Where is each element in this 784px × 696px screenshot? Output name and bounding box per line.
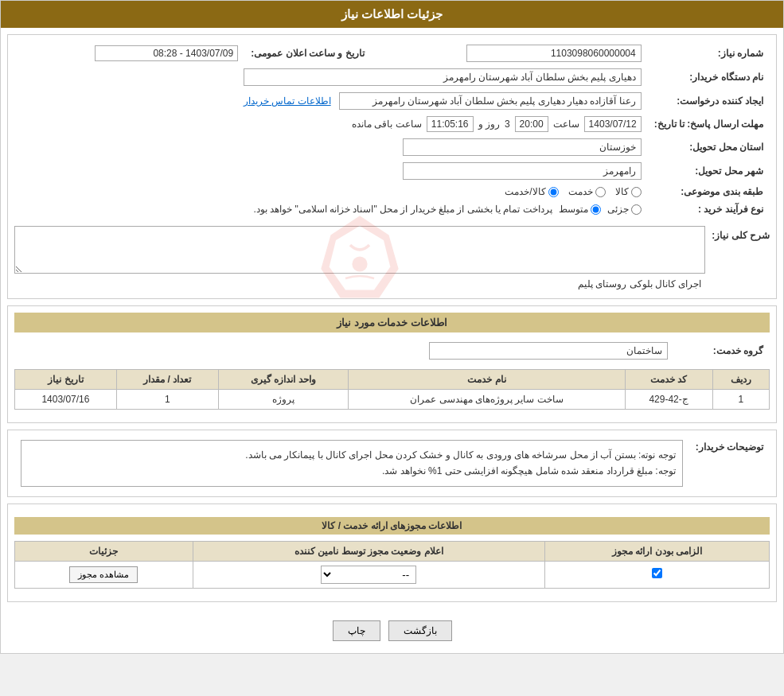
service-group-row: گروه خدمت: ساختمان bbox=[14, 339, 770, 363]
radio-motavasset-input[interactable] bbox=[591, 204, 601, 215]
permissions-tbody: -- مشاهده مجوز bbox=[15, 561, 770, 588]
buyer-notes-section: توضیحات خریدار: توجه نوته: بستن آب از مح… bbox=[7, 430, 777, 497]
province-value: خوزستان bbox=[14, 135, 648, 159]
radio-jozi-input[interactable] bbox=[631, 204, 642, 215]
service-group-table: گروه خدمت: ساختمان bbox=[14, 339, 770, 363]
buyer-org-label: نام دستگاه خریدار: bbox=[648, 65, 770, 89]
contact-link[interactable]: اطلاعات تماس خریدار bbox=[244, 95, 331, 107]
radio-kala-khedmat: کالا/خدمت bbox=[505, 186, 558, 197]
province-field: خوزستان bbox=[403, 138, 642, 156]
general-info-section: شماره نیاز: 1103098060000004 تاریخ و ساع… bbox=[7, 34, 777, 299]
page-title: جزئیات اطلاعات نیاز bbox=[1, 1, 783, 28]
radio-khedmat-input[interactable] bbox=[595, 187, 606, 197]
col-date: تاریخ نیاز bbox=[15, 370, 117, 390]
permissions-section: اطلاعات مجوزهای ارائه خدمت / کالا الزامی… bbox=[7, 504, 777, 602]
process-label: نوع فرآیند خرید : bbox=[648, 200, 770, 218]
province-label: استان محل تحویل: bbox=[648, 135, 770, 159]
info-row-buyer: نام دستگاه خریدار: دهیاری پلیم بخش سلطان… bbox=[14, 65, 770, 89]
radio-kala-input[interactable] bbox=[631, 187, 642, 197]
bottom-buttons: بازگشت چاپ bbox=[1, 609, 783, 653]
announcement-date-label: تاریخ و ساعت اعلان عمومی: bbox=[244, 41, 370, 65]
cell-row: 1 bbox=[712, 390, 769, 410]
days-value: 3 bbox=[505, 119, 510, 130]
service-group-value: ساختمان bbox=[14, 339, 674, 363]
services-title: اطلاعات خدمات مورد نیاز bbox=[14, 313, 770, 332]
permissions-table: الزامی بودن ارائه مجوز اعلام وضعیت مجوز … bbox=[14, 541, 770, 589]
buyer-notes-box: توجه نوته: بستن آب از محل سرشاخه های ورو… bbox=[21, 440, 683, 487]
info-row-province: استان محل تحویل: خوزستان bbox=[14, 135, 770, 159]
announcement-date-field: 1403/07/09 - 08:28 bbox=[95, 45, 238, 61]
buyer-notes-row: توضیحات خریدار: توجه نوته: بستن آب از مح… bbox=[14, 437, 770, 490]
radio-khedmat: خدمت bbox=[568, 186, 606, 197]
view-license-button[interactable]: مشاهده مجوز bbox=[69, 566, 138, 583]
cell-unit: پروژه bbox=[218, 390, 349, 410]
need-description-label: شرح کلی نیاز: bbox=[712, 226, 770, 241]
permissions-title: اطلاعات مجوزهای ارائه خدمت / کالا bbox=[14, 517, 770, 535]
perm-col-required: الزامی بودن ارائه مجوز bbox=[544, 541, 769, 561]
radio-kala-khedmat-label: کالا/خدمت bbox=[505, 186, 545, 197]
radio-khedmat-label: خدمت bbox=[568, 186, 593, 197]
perm-details: مشاهده مجوز bbox=[15, 561, 193, 588]
perm-status: -- bbox=[193, 561, 544, 588]
cell-name: ساخت سایر پروژه‌های مهندسی عمران bbox=[349, 390, 625, 410]
print-button[interactable]: چاپ bbox=[333, 620, 380, 641]
days-label: روز و bbox=[478, 119, 500, 130]
creator-label: ایجاد کننده درخواست: bbox=[648, 89, 770, 113]
service-group-field: ساختمان bbox=[429, 342, 668, 360]
perm-col-status: اعلام وضعیت مجوز توسط نامین کننده bbox=[193, 541, 544, 561]
services-header-row: ردیف کد خدمت نام خدمت واحد اندازه گیری ت… bbox=[15, 370, 770, 390]
col-code: کد خدمت bbox=[625, 370, 712, 390]
svg-point-0 bbox=[353, 256, 368, 271]
info-row-need-number: شماره نیاز: 1103098060000004 تاریخ و ساع… bbox=[14, 41, 770, 65]
radio-kala: کالا bbox=[615, 186, 642, 197]
need-number-value: 1103098060000004 bbox=[371, 41, 648, 65]
time-label: ساعت bbox=[553, 119, 579, 130]
radio-motavasset: متوسط bbox=[559, 204, 601, 215]
need-number-label: شماره نیاز: bbox=[648, 41, 770, 65]
services-section: اطلاعات خدمات مورد نیاز گروه خدمت: ساختم… bbox=[7, 305, 777, 423]
col-row: ردیف bbox=[712, 370, 769, 390]
deadline-date-field: 1403/07/12 bbox=[584, 116, 642, 132]
cell-date: 1403/07/16 bbox=[15, 390, 117, 410]
buyer-notes-table: توضیحات خریدار: توجه نوته: بستن آب از مح… bbox=[14, 437, 770, 490]
buyer-notes-line1: توجه نوته: بستن آب از محل سرشاخه های ورو… bbox=[28, 447, 676, 463]
services-table: ردیف کد خدمت نام خدمت واحد اندازه گیری ت… bbox=[14, 369, 770, 410]
radio-kala-label: کالا bbox=[615, 186, 629, 197]
buyer-notes-content: توجه نوته: بستن آب از محل سرشاخه های ورو… bbox=[14, 437, 689, 490]
perm-status-select[interactable]: -- bbox=[321, 566, 416, 584]
perm-required bbox=[544, 561, 769, 588]
table-row: -- مشاهده مجوز bbox=[15, 561, 770, 588]
table-row: 1 ج-42-429 ساخت سایر پروژه‌های مهندسی عم… bbox=[15, 390, 770, 410]
services-tbody: 1 ج-42-429 ساخت سایر پروژه‌های مهندسی عم… bbox=[15, 390, 770, 410]
radio-jozi: جزئی bbox=[607, 204, 642, 215]
perm-col-details: جزئیات bbox=[15, 541, 193, 561]
buyer-notes-line2: توجه: مبلغ قرارداد منعقد شده شامل هیچگون… bbox=[28, 463, 676, 479]
category-radios: کالا خدمت کالا/خدمت bbox=[14, 183, 648, 200]
announcement-date-value: 1403/07/09 - 08:28 bbox=[14, 41, 244, 65]
category-label: طبقه بندی موضوعی: bbox=[648, 183, 770, 200]
radio-motavasset-label: متوسط bbox=[559, 204, 588, 215]
radio-kala-khedmat-input[interactable] bbox=[548, 187, 559, 197]
info-table: شماره نیاز: 1103098060000004 تاریخ و ساع… bbox=[14, 41, 770, 218]
buyer-notes-label: توضیحات خریدار: bbox=[689, 437, 770, 490]
info-row-deadline: مهلت ارسال پاسخ: تا تاریخ: 1403/07/12 سا… bbox=[14, 113, 770, 135]
city-value: رامهرمز bbox=[14, 159, 648, 183]
perm-required-checkbox[interactable] bbox=[652, 568, 662, 578]
need-description-container: اجرای کانال بلوکی روستای پلیم bbox=[14, 226, 705, 292]
buyer-org-value: دهیاری پلیم بخش سلطان آباد شهرستان رامهر… bbox=[14, 65, 648, 89]
deadline-time-field: 20:00 bbox=[515, 116, 548, 132]
buyer-org-field: دهیاری پلیم بخش سلطان آباد شهرستان رامهر… bbox=[244, 68, 642, 86]
remaining-label: ساعت باقی مانده bbox=[352, 119, 422, 130]
creator-field: رعنا آقازاده دهیار دهیاری پلیم بخش سلطان… bbox=[339, 92, 642, 110]
deadline-label: مهلت ارسال پاسخ: تا تاریخ: bbox=[648, 113, 770, 135]
city-field: رامهرمز bbox=[403, 162, 642, 180]
back-button[interactable]: بازگشت bbox=[388, 620, 452, 641]
city-label: شهر محل تحویل: bbox=[648, 159, 770, 183]
cell-code: ج-42-429 bbox=[625, 390, 712, 410]
page-wrapper: جزئیات اطلاعات نیاز شماره نیاز: 11030980… bbox=[0, 0, 784, 654]
need-number-field: 1103098060000004 bbox=[466, 45, 642, 62]
info-row-city: شهر محل تحویل: رامهرمز bbox=[14, 159, 770, 183]
cell-qty: 1 bbox=[116, 390, 218, 410]
info-row-category: طبقه بندی موضوعی: کالا خدمت bbox=[14, 183, 770, 200]
col-name: نام خدمت bbox=[349, 370, 625, 390]
